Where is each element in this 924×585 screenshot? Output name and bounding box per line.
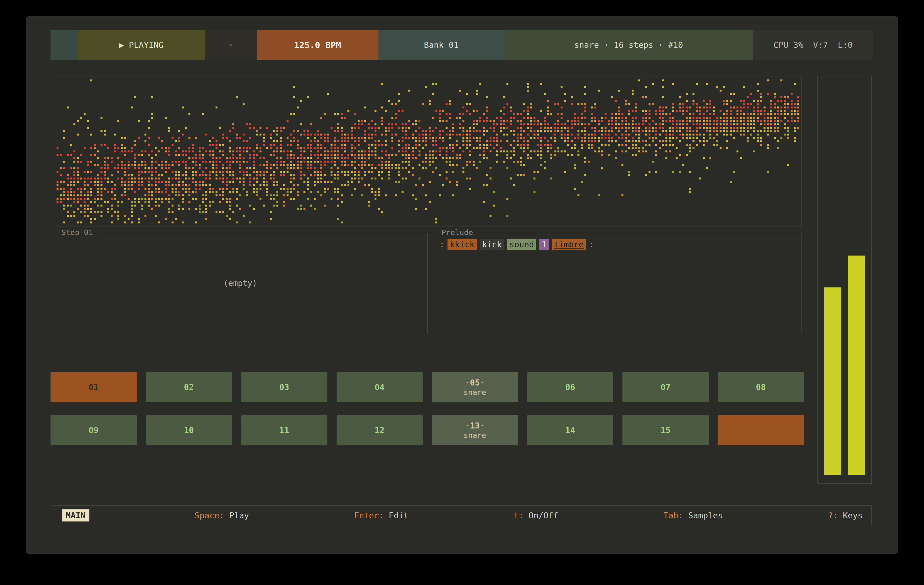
status-bar: ▶ PLAYING · 125.0 BPM Bank 01 snare · 16… [51, 30, 873, 60]
step-label: 11 [279, 425, 289, 435]
step-panel: Step 01 (empty) [53, 233, 428, 333]
transport-status: ▶ PLAYING [78, 30, 205, 60]
step-label: 12 [375, 425, 384, 435]
code-token: kick [480, 239, 504, 250]
step-label: 04 [375, 382, 384, 392]
hint-key: t: [514, 511, 524, 520]
scatter-canvas [53, 76, 801, 226]
step-label: 14 [565, 425, 575, 435]
code-token: 1 [540, 239, 548, 250]
step-button-03[interactable]: 03 [241, 372, 327, 402]
step-empty-text: (empty) [53, 233, 427, 333]
step-sample-name: snare [464, 431, 486, 440]
step-panel-title: Step 01 [58, 228, 96, 237]
step-label: ·05· [465, 378, 485, 387]
bpm-display: 125.0 BPM [257, 30, 378, 60]
hint-key: Enter: [354, 511, 384, 520]
step-button-07[interactable]: 07 [622, 372, 709, 402]
step-button-14[interactable]: 14 [527, 415, 614, 445]
hint-key: Tab: [663, 511, 683, 520]
hint-desc: Edit [384, 511, 409, 520]
step-label: ·13· [465, 421, 485, 430]
code-token: timbre [552, 239, 586, 250]
code-token: : [589, 240, 594, 249]
separator-segment: · [205, 30, 257, 60]
step-grid: 01020304·05·snare06070809101112·13·snare… [51, 372, 804, 445]
key-hint: t: On/Off [514, 511, 558, 520]
step-label: 09 [89, 425, 99, 435]
code-token: sound [507, 239, 536, 250]
hint-desc: Keys [838, 511, 863, 520]
step-button-04[interactable]: 04 [337, 372, 423, 402]
meter-bar [824, 287, 842, 475]
app-window: ▶ PLAYING · 125.0 BPM Bank 01 snare · 16… [26, 16, 898, 554]
step-label: 02 [184, 382, 194, 392]
corner-tile [51, 30, 78, 60]
step-button-10[interactable]: 10 [146, 415, 232, 445]
hint-key: ?: [828, 511, 838, 520]
step-button-02[interactable]: 02 [146, 372, 232, 402]
hint-desc: On/Off [524, 511, 558, 520]
hint-desc: Play [224, 511, 249, 520]
step-button-08[interactable]: 08 [718, 372, 804, 402]
step-button-13[interactable]: ·13·snare [432, 415, 518, 445]
code-token: kkick [447, 239, 477, 250]
step-label: 15 [661, 425, 670, 435]
key-hint: Tab: Samples [663, 511, 723, 520]
code-token: : [439, 240, 444, 249]
step-button-01[interactable]: 01 [51, 372, 137, 402]
step-label: 06 [565, 382, 575, 392]
step-sample-name: snare [464, 388, 486, 397]
prelude-panel: Prelude :kkickkicksound1timbre: [433, 233, 802, 333]
step-label: 03 [279, 382, 289, 392]
mode-badge: MAIN [62, 509, 89, 521]
step-button-blank[interactable] [718, 415, 804, 445]
step-button-06[interactable]: 06 [527, 372, 614, 402]
prelude-panel-title: Prelude [439, 228, 476, 237]
step-label: 10 [184, 425, 194, 435]
step-label: 07 [661, 382, 670, 392]
hint-desc: Samples [683, 511, 723, 520]
bottom-bar: MAIN Space: PlayEnter: Editt: On/OffTab:… [53, 505, 871, 525]
step-label: 01 [89, 382, 99, 392]
meter-bar [848, 255, 865, 475]
prelude-code-line[interactable]: :kkickkicksound1timbre: [433, 233, 801, 256]
step-label: 08 [756, 382, 766, 392]
pattern-visualization [53, 76, 802, 227]
step-button-09[interactable]: 09 [51, 415, 137, 445]
step-button-12[interactable]: 12 [337, 415, 423, 445]
key-hint: ?: Keys [828, 511, 863, 520]
key-hint: Space: Play [195, 511, 249, 520]
meter-panel [817, 76, 871, 484]
step-button-15[interactable]: 15 [622, 415, 709, 445]
step-button-05[interactable]: ·05·snare [432, 372, 518, 402]
hint-key: Space: [195, 511, 224, 520]
step-button-11[interactable]: 11 [241, 415, 327, 445]
key-hint: Enter: Edit [354, 511, 409, 520]
track-info-display: snare · 16 steps · #10 [504, 30, 753, 60]
bank-display: Bank 01 [378, 30, 504, 60]
system-stats-display: CPU 3% V:7 L:0 [753, 30, 873, 60]
